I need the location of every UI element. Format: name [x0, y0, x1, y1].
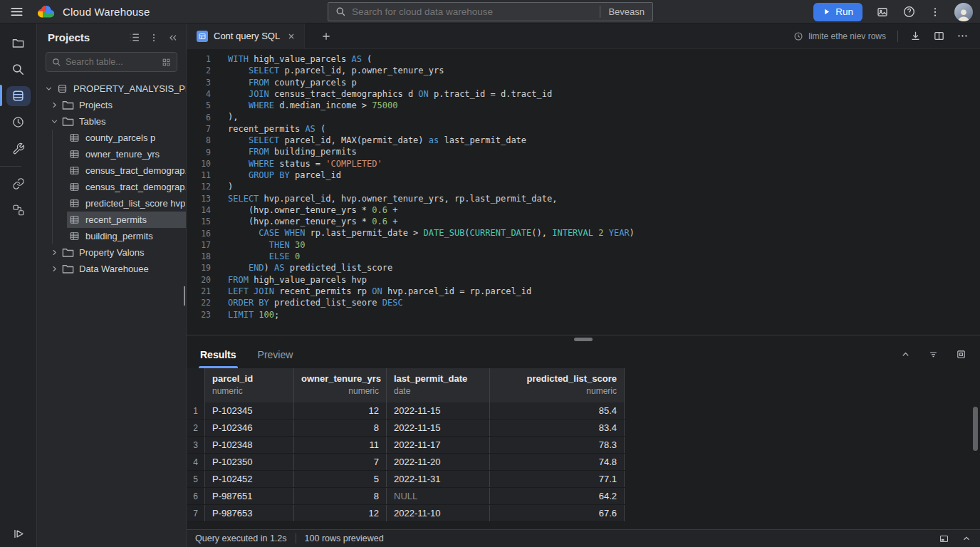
cell-parcel-id: P-102350 — [205, 454, 294, 470]
tab-cont-query-sql[interactable]: Cont query SQL — [187, 24, 305, 49]
table-row-5[interactable]: 5P-10245252022-11-3177.1 — [187, 471, 625, 488]
code-line-18: 18 ELSE 0 — [187, 251, 980, 262]
table-row-6[interactable]: 6P-9876518NULL64.2 — [187, 488, 625, 505]
table-search-input[interactable] — [66, 57, 162, 67]
chevron-right-icon[interactable] — [48, 248, 61, 257]
tab-preview[interactable]: Preview — [258, 349, 293, 368]
line-number: 20 — [187, 275, 211, 285]
chevron-down-icon[interactable] — [48, 117, 61, 126]
line-number: 14 — [187, 205, 211, 215]
column-header-last-permit-date[interactable]: last_permit_datedate — [387, 368, 490, 402]
filter-icon[interactable] — [928, 349, 939, 360]
clock-icon — [6, 113, 31, 132]
avatar[interactable] — [954, 3, 973, 21]
feedback-image-icon[interactable] — [876, 6, 889, 19]
rail-item-expand[interactable] — [0, 527, 37, 541]
search-submit-button[interactable]: Beveasn — [600, 6, 652, 17]
filter-grid-icon[interactable] — [162, 58, 171, 67]
line-number: 15 — [187, 217, 211, 226]
help-icon[interactable] — [902, 5, 916, 19]
table-icon — [67, 214, 82, 225]
cell-owner-tenure-yrs: 12 — [294, 402, 387, 419]
table-search-box[interactable] — [46, 52, 177, 72]
line-number: 10 — [187, 159, 211, 169]
panel-more-icon[interactable] — [149, 33, 159, 43]
table-row-7[interactable]: 7P-987653122022-11-1067.6 — [187, 505, 625, 522]
rail-item-history[interactable] — [0, 109, 37, 135]
tree-item-owner-tenure-yrs[interactable]: owner_tenure_yrs — [37, 146, 186, 162]
tab-title: Cont query SQL — [214, 31, 280, 41]
tree-item-data-warehouee[interactable]: Data Warehouee — [37, 261, 186, 277]
tree-item-building-permits[interactable]: building_permits — [37, 228, 186, 244]
maximize-icon[interactable] — [956, 349, 966, 360]
global-search-bar[interactable]: Beveasn — [328, 2, 653, 21]
dock-panel-icon[interactable] — [939, 533, 949, 544]
tree-scrollbar[interactable] — [184, 286, 185, 306]
rail-item-search[interactable] — [0, 56, 37, 83]
rail-divider — [0, 166, 21, 167]
column-header-owner-tenure-yrs[interactable]: owner_tenure_yrsnumeric — [294, 368, 387, 402]
sql-file-icon — [197, 31, 208, 42]
table-row-2[interactable]: 2P-10234682022-11-1583.4 — [187, 420, 625, 437]
code-line-12: 12) — [187, 181, 980, 192]
cell-owner-tenure-yrs: 12 — [294, 505, 387, 521]
tree-item-label: Projects — [79, 100, 113, 110]
code-line-11: 11 GROUP BY parcel_id — [187, 170, 980, 181]
collapse-panel-icon[interactable] — [167, 32, 179, 43]
chevron-right-icon[interactable] — [48, 100, 61, 110]
more-vertical-icon[interactable] — [929, 6, 941, 18]
download-icon[interactable] — [909, 30, 922, 42]
split-view-icon[interactable] — [933, 30, 945, 42]
cell-last-permit-date: 2022-11-17 — [387, 437, 490, 453]
tree-item-census-tract-demograp[interactable]: census_tract_demograp... — [37, 179, 186, 195]
rail-item-integrations[interactable] — [0, 170, 37, 197]
line-number: 19 — [187, 263, 211, 273]
tree-item-predicted-list-score-hvp[interactable]: predicted_list_score hvp — [37, 195, 186, 212]
column-header-predicted-list-score[interactable]: predicted_list_scorenumeric — [490, 368, 625, 402]
tree-item-recent-permits[interactable]: recent_permits — [37, 212, 186, 228]
tree-item-label: PROPERTY_ANALYSIS_PROD — [73, 83, 186, 94]
row-number: 3 — [187, 437, 205, 453]
chevron-down-icon[interactable] — [43, 84, 55, 93]
tab-results[interactable]: Results — [200, 349, 236, 368]
search-icon — [6, 60, 31, 80]
tree-item-projects[interactable]: Projects — [37, 97, 186, 113]
rail-item-data[interactable] — [0, 83, 37, 109]
code-line-23: 23LIMIT 100; — [187, 309, 980, 321]
chevron-right-icon[interactable] — [48, 264, 61, 274]
table-row-3[interactable]: 3P-102348112022-11-1778.3 — [187, 437, 625, 454]
left-icon-rail — [0, 24, 37, 547]
folder-icon — [61, 98, 75, 112]
tree-item-census-tract-demograp[interactable]: census_tract_demograp... — [37, 162, 186, 179]
tree-item-property-valons[interactable]: Property Valons — [37, 244, 186, 261]
results-scrollbar[interactable] — [973, 407, 978, 451]
tree-item-property-analysis-prod[interactable]: PROPERTY_ANALYSIS_PROD — [37, 80, 186, 97]
rail-item-tools[interactable] — [0, 135, 37, 162]
tree-item-county-parcels-p[interactable]: county_parcels p — [37, 130, 186, 146]
column-header-parcel-id[interactable]: parcel_idnumeric — [205, 368, 294, 402]
cell-last-permit-date: 2022-11-31 — [387, 471, 490, 487]
chevron-up-icon[interactable] — [961, 533, 971, 543]
rail-item-explorer[interactable] — [0, 30, 37, 56]
list-view-icon[interactable] — [128, 31, 140, 43]
panel-resize-handle[interactable] — [574, 338, 593, 341]
sql-editor[interactable]: 1WITH high_value_parcels AS (2 SELECT p.… — [187, 49, 980, 335]
cell-last-permit-date: NULL — [387, 488, 490, 504]
table-row-1[interactable]: 1P-102345122022-11-1585.4 — [187, 402, 625, 420]
rail-item-pipelines[interactable] — [0, 197, 37, 223]
tree-item-tables[interactable]: Tables — [37, 113, 186, 130]
more-horizontal-icon[interactable] — [956, 30, 969, 42]
line-number: 4 — [187, 89, 211, 99]
new-tab-icon[interactable] — [320, 31, 332, 42]
table-row-4[interactable]: 4P-10235072022-11-2074.8 — [187, 454, 625, 471]
line-number: 3 — [187, 78, 211, 88]
query-time: Query executed in 1.2s — [195, 533, 287, 543]
global-search-input[interactable] — [352, 6, 600, 17]
cell-predicted-list-score: 67.6 — [490, 505, 625, 521]
run-button[interactable]: Run — [813, 3, 862, 21]
line-number: 12 — [187, 182, 211, 192]
collapse-results-icon[interactable] — [900, 349, 911, 360]
close-tab-icon[interactable] — [287, 32, 296, 41]
limit-rows-note[interactable]: limite ethe niev rows — [793, 31, 886, 41]
hamburger-menu-icon[interactable] — [10, 5, 24, 19]
